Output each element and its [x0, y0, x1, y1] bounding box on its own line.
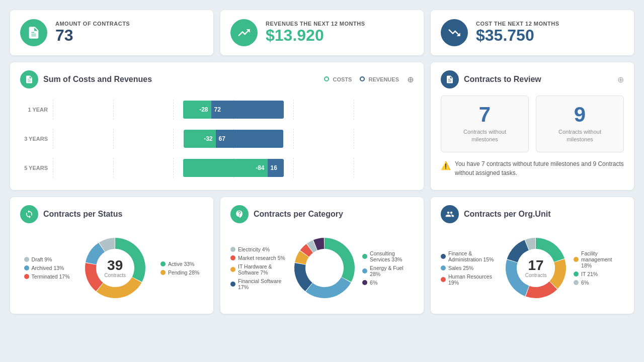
orgunit-panel: Contracts per Org.Unit Finance & Adminis…	[431, 197, 634, 314]
category-legend-left: Electricity 4% Market research 5% IT Har…	[230, 246, 287, 290]
status-donut-chart: 39 Contracts	[77, 230, 153, 306]
status-legend-right: Active 33% Pending 28%	[160, 261, 199, 276]
hr-label: Human Resources 19%	[448, 274, 498, 286]
contracts-icon	[20, 19, 47, 46]
status-panel: Contracts per Status Draft 9% Archived 1…	[10, 197, 213, 314]
active-label: Active 33%	[168, 261, 195, 267]
costs-icon	[441, 19, 468, 46]
ithardware-dot	[230, 267, 235, 272]
kpi-contracts: AMOUNT OF CONTRACTS 73	[10, 10, 213, 55]
orgunit-donut-chart: 17 Contracts	[498, 230, 574, 306]
finance-label: Finance & Administration 15%	[448, 250, 498, 262]
revenues-value: $13.920	[266, 27, 365, 44]
archived-dot	[24, 265, 29, 270]
category-legend-right: Consulting Services 33% Energy & Fuel 28…	[362, 250, 414, 286]
orgunit-center-label: Contracts	[525, 273, 547, 278]
status-center-label: Contracts	[104, 273, 126, 278]
legend-facility: Facility management 18%	[574, 250, 624, 268]
bar-row: 1 YEAR-2872	[20, 100, 414, 120]
bar-inner: -3267	[53, 130, 414, 148]
review-panel-title: Contracts to Review	[464, 75, 612, 84]
revenues-legend-item: REVENUES	[360, 76, 399, 82]
review-panel-icon	[441, 70, 459, 88]
legend-pending: Pending 28%	[160, 269, 199, 276]
draft-dot	[24, 257, 29, 262]
finance-dot	[441, 254, 446, 259]
consulting-dot	[362, 254, 367, 259]
financial-dot	[230, 282, 235, 287]
orgunit-donut-wrapper: Finance & Administration 15% Sales 25% H…	[441, 230, 624, 306]
pending-dot	[160, 270, 166, 275]
category-donut-wrapper: Electricity 4% Market research 5% IT Har…	[230, 230, 414, 306]
legend-hr: Human Resources 19%	[441, 274, 498, 286]
review-panel: Contracts to Review ⊕ 7 Contracts withou…	[431, 62, 634, 190]
orgunit-panel-icon	[441, 205, 459, 223]
orgunit-legend-left: Finance & Administration 15% Sales 25% H…	[441, 250, 498, 286]
bar-chart: 1 YEAR-28723 YEARS-32675 YEARS-8416	[20, 96, 414, 182]
status-center-num: 39	[104, 258, 126, 273]
costs-legend-label: COSTS	[333, 76, 352, 82]
pending-label: Pending 28%	[168, 269, 199, 276]
review-number-1: 7	[449, 104, 520, 125]
sum-panel-title: Sum of Costs and Revenues	[43, 75, 319, 84]
dashboard: AMOUNT OF CONTRACTS 73 REVENUES THE NEXT…	[10, 10, 634, 314]
electricity-dot	[230, 247, 235, 252]
bar-pos: 16	[268, 159, 284, 177]
energy-label: Energy & Fuel 28%	[370, 265, 414, 277]
contracts-kpi-text: AMOUNT OF CONTRACTS 73	[55, 21, 130, 44]
review-box-2: 9 Contracts withoutmilestones	[536, 96, 624, 152]
consulting-label: Consulting Services 33%	[370, 250, 414, 262]
orgunit-center-num: 17	[525, 258, 547, 273]
bar-inner: -8416	[53, 159, 414, 177]
terminated-dot	[24, 274, 29, 279]
bar-neg: -84	[183, 159, 268, 177]
category-panel-icon	[230, 205, 249, 223]
org-6pct-label: 6%	[581, 280, 589, 286]
sum-panel: Sum of Costs and Revenues COSTS REVENUES…	[10, 62, 424, 190]
it-dot	[574, 272, 579, 277]
bar-pos: 72	[211, 101, 284, 119]
legend-market: Market research 5%	[230, 255, 287, 261]
review-panel-header: Contracts to Review ⊕	[441, 70, 624, 88]
sum-panel-header: Sum of Costs and Revenues COSTS REVENUES…	[20, 70, 414, 88]
bar-container: -2872	[53, 100, 414, 120]
category-panel-header: Contracts per Category	[230, 205, 414, 223]
status-panel-header: Contracts per Status	[20, 205, 203, 223]
legend-cat-6pct: 6%	[362, 280, 414, 286]
electricity-label: Electricity 4%	[238, 246, 270, 252]
market-label: Market research 5%	[238, 255, 285, 261]
costs-kpi-text: COST THE NEXT 12 MONTHS $35.750	[476, 21, 559, 44]
revenues-icon	[230, 19, 258, 46]
review-text-2: Contracts withoutmilestones	[544, 128, 615, 144]
revenues-legend-dot	[360, 76, 365, 81]
legend-financial: Financial Software 17%	[230, 278, 287, 290]
terminated-label: Terminated 17%	[32, 274, 70, 280]
bar-container: -8416	[53, 158, 414, 178]
revenues-kpi-text: REVENUES THE NEXT 12 MONTHS $13.920	[266, 21, 365, 44]
orgunit-panel-title: Contracts per Org.Unit	[464, 210, 624, 219]
kpi-revenues: REVENUES THE NEXT 12 MONTHS $13.920	[220, 10, 424, 55]
kpi-costs: COST THE NEXT 12 MONTHS $35.750	[431, 10, 634, 55]
bar-container: -3267	[53, 129, 414, 149]
bar-row: 5 YEARS-8416	[20, 158, 414, 178]
bar-label: 1 YEAR	[20, 107, 48, 113]
it-label: IT 21%	[581, 271, 598, 277]
legend-electricity: Electricity 4%	[230, 246, 287, 252]
review-text-1: Contracts withoutmilestones	[449, 128, 520, 144]
status-donut-wrapper: Draft 9% Archived 13% Terminated 17% 39 …	[20, 230, 203, 306]
energy-dot	[362, 268, 367, 274]
status-panel-icon	[20, 205, 38, 223]
costs-value: $35.750	[476, 27, 559, 44]
legend-sales: Sales 25%	[441, 265, 498, 271]
status-legend-left: Draft 9% Archived 13% Terminated 17%	[24, 256, 70, 280]
category-donut-chart	[287, 230, 362, 306]
costs-legend-item: COSTS	[324, 76, 352, 82]
contracts-value: 73	[55, 27, 130, 44]
cat-6pct-dot	[362, 280, 367, 285]
review-target-icon[interactable]: ⊕	[617, 75, 624, 84]
bar-label: 5 YEARS	[20, 165, 48, 171]
bar-inner: -2872	[53, 101, 414, 119]
target-icon[interactable]: ⊕	[407, 75, 414, 84]
orgunit-panel-header: Contracts per Org.Unit	[441, 205, 624, 223]
cat-6pct-label: 6%	[370, 280, 377, 286]
